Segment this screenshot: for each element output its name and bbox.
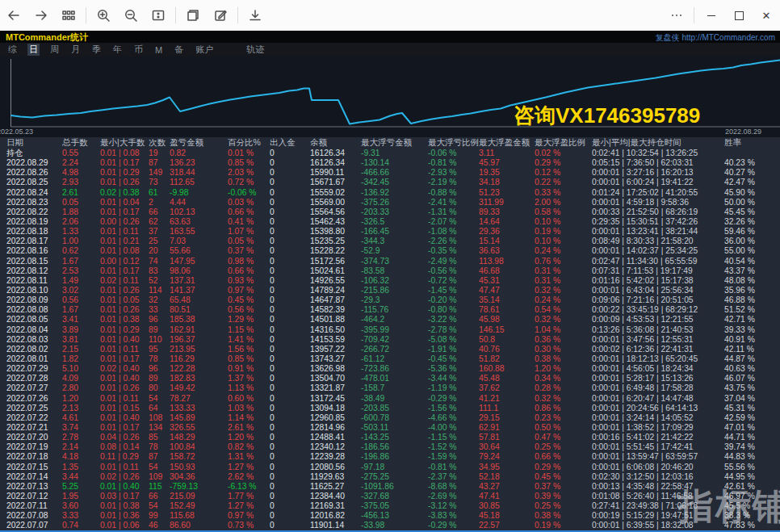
table-cell: 63.63 — [170, 217, 228, 227]
table-cell: 145.89 — [170, 413, 228, 423]
table-row[interactable]: 2022.08.292.240.01 | 0.1787136.230.85 %0… — [0, 158, 780, 168]
table-cell: 66 — [149, 492, 170, 501]
table-row[interactable]: 2022.07.252.130.01 | 0.1564133.331.03 %0… — [0, 404, 780, 413]
table-cell: 0 — [270, 198, 310, 207]
table-cell: 16126.34 — [310, 149, 361, 158]
table-row[interactable]: 2022.08.022.150.01 | 0.1195213.951.56 %0… — [0, 345, 780, 354]
table-row[interactable]: 2022.08.160.620.01 | 0.082055.660.37 %01… — [0, 246, 780, 256]
table-row[interactable]: 2022.07.261.200.01 | 0.115478.270.60 %01… — [0, 394, 780, 404]
table-cell: 2.78 — [62, 433, 100, 442]
table-cell: -1091.86 — [361, 482, 428, 492]
table-row[interactable]: 2022.07.184.180.11 | 0.2987158.721.31 %0… — [0, 452, 780, 462]
table-cell: 0.85 % — [228, 354, 270, 364]
table-row[interactable]: 2022.07.121.950.03 | 0.1766215.091.77 %0… — [0, 492, 780, 501]
table-cell: 62 — [149, 217, 170, 227]
table-cell: 2022.07.20 — [6, 433, 62, 442]
table-row[interactable]: 2022.08.053.410.01 | 0.3896185.381.29 %0… — [0, 315, 780, 325]
table-cell: 32 — [149, 295, 170, 305]
table-cell: -275.25 — [361, 472, 428, 482]
table-row[interactable]: 2022.07.202.780.04 | 0.2685148.291.20 %0… — [0, 433, 780, 442]
table-cell: 54 — [149, 501, 170, 511]
table-row[interactable]: 2022.07.143.440.02 | 0.26109304.362.62 %… — [0, 472, 780, 482]
table-row[interactable]: 2022.08.192.060.00 | 0.266263.630.41 %01… — [0, 217, 780, 227]
table-cell: 2.62 % — [228, 472, 270, 482]
table-row[interactable]: 2022.08.252.930.01 | 0.2673112.650.72 %0… — [0, 178, 780, 187]
table-cell: 0.45 % — [535, 472, 592, 482]
table-cell: 0.29 % — [535, 463, 592, 472]
table-cell: -327.68 — [361, 492, 428, 501]
table-cell: 0 — [270, 433, 310, 442]
table-row[interactable]: 2022.08.264.980.01 | 0.29149318.442.03 %… — [0, 168, 780, 178]
table-cell: 48.08 % — [724, 276, 780, 286]
table-row[interactable]: 2022.07.083.330.01 | 0.3699115.680.97 %0… — [0, 511, 780, 521]
table-row[interactable]: 2022.07.070.740.01 | 0.064686.600.73 %01… — [0, 521, 780, 530]
table-row[interactable]: 2022.07.135.250.01 | 0.40115-759.13-6.13… — [0, 482, 780, 492]
table-row[interactable]: 2022.08.090.560.01 | 0.053265.480.45 %01… — [0, 295, 780, 305]
table-row[interactable]: 2022.08.221.880.01 | 0.1766102.130.66 %0… — [0, 207, 780, 217]
table-cell: 34.95 — [479, 463, 535, 472]
table-row[interactable]: 2022.08.181.330.01 | 0.1137163.551.07 %0… — [0, 227, 780, 237]
table-row[interactable]: 2022.07.192.140.08 | 0.1478100.840.82 %0… — [0, 442, 780, 452]
table-cell: 196.37 — [170, 335, 228, 345]
table-cell: -464.2 — [361, 315, 428, 325]
table-row[interactable]: 2022.08.122.530.01 | 0.178398.060.66 %01… — [0, 266, 780, 276]
column-header: 出入金 — [270, 136, 310, 148]
table-row[interactable]: 2022.07.151.350.01 | 0.1154150.931.27 %0… — [0, 463, 780, 472]
table-cell: 2022.08.18 — [6, 227, 62, 237]
table-cell: 0.37 % — [228, 246, 270, 256]
table-row[interactable]: 2022.08.081.670.01 | 0.263380.510.56 %01… — [0, 305, 780, 315]
table-cell: 0 — [270, 178, 310, 187]
table-row[interactable]: 持仓0.550.01 | 0.08190.820.01 %016126.34-9… — [0, 149, 780, 158]
table-cell: 45.97 — [479, 158, 535, 168]
table-row[interactable]: 2022.08.171.000.01 | 0.21257.030.05 %015… — [0, 237, 780, 246]
table-cell: 0.73 % — [228, 521, 270, 530]
table-row[interactable]: 2022.07.272.800.01 | 0.2680149.421.13 %0… — [0, 383, 780, 393]
table-cell: -1.91 % — [428, 345, 479, 354]
table-cell: 89 — [149, 374, 170, 383]
table-cell: -0.88 % — [428, 188, 479, 198]
table-row[interactable]: 2022.08.033.810.01 | 0.40110196.371.41 %… — [0, 335, 780, 345]
table-row[interactable]: 2022.08.242.610.02 | 0.3861-9.98-0.06 %0… — [0, 188, 780, 198]
table-row[interactable]: 2022.08.103.020.01 | 0.26114141.370.97 %… — [0, 286, 780, 295]
column-header: 日期 — [6, 136, 62, 148]
table-cell: 43.37 % — [724, 266, 780, 276]
table-cell: 2022.08.25 — [6, 178, 62, 187]
table-cell: 160.88 — [479, 364, 535, 374]
table-row[interactable]: 2022.07.224.610.01 | 0.40108145.891.14 %… — [0, 413, 780, 423]
table-row[interactable]: 2022.07.284.090.01 | 0.4089182.831.37 %0… — [0, 374, 780, 383]
table-row[interactable]: 2022.08.043.890.01 | 0.2989162.911.15 %0… — [0, 325, 780, 335]
table-row[interactable]: 2022.08.230.050.01 | 0.0424.440.03 %0155… — [0, 198, 780, 207]
table-cell: 0 — [270, 295, 310, 305]
table-cell: -215.86 — [361, 286, 428, 295]
table-cell: 46.68 — [479, 266, 535, 276]
table-cell: 0.31 % — [535, 266, 592, 276]
table-row[interactable]: 2022.08.011.820.01 | 0.1778116.290.85 %0… — [0, 354, 780, 364]
table-row[interactable]: 2022.08.111.490.02 | 0.1152137.310.93 %0… — [0, 276, 780, 286]
table-cell: -326.5 — [361, 217, 428, 227]
column-header: 最大浮盈金额 — [479, 136, 535, 148]
table-cell: 0.45 % — [228, 295, 270, 305]
table-row[interactable]: 2022.07.213.740.01 | 0.17134326.552.61 %… — [0, 423, 780, 433]
table-cell: 3.44 — [62, 472, 100, 482]
table-cell: 152.49 — [170, 501, 228, 511]
table-row[interactable]: 2022.07.295.100.02 | 0.4096122.280.91 %0… — [0, 364, 780, 374]
table-cell: -0.45 % — [428, 354, 479, 364]
table-cell: 0.56 % — [228, 305, 270, 315]
table-cell: 2022.08.19 — [6, 217, 62, 227]
table-cell: 0 — [270, 404, 310, 413]
table-cell: 149.42 — [170, 383, 228, 393]
table-cell: 113.98 — [479, 257, 535, 266]
table-cell: 15564.56 — [310, 207, 361, 217]
table-cell: 0.50 % — [535, 423, 592, 433]
table-cell: -1.08 % — [428, 227, 479, 237]
table-cell: -83.58 — [361, 266, 428, 276]
table-row[interactable]: 2022.08.151.670.00 | 0.1274147.950.98 %0… — [0, 257, 780, 266]
table-cell: 0.02 | 0.26 — [100, 472, 149, 482]
table-row[interactable]: 2022.07.113.600.01 | 0.3854152.491.27 %0… — [0, 501, 780, 511]
table-cell: -115.76 — [361, 305, 428, 315]
table-cell: 0 — [270, 325, 310, 335]
table-cell: 185.38 — [170, 315, 228, 325]
table-cell: 0:08:49 | 8:30:33 | 21:58:20 — [592, 237, 724, 246]
table-cell: -2.37 % — [428, 472, 479, 482]
table-cell: -3.22 % — [428, 315, 479, 325]
